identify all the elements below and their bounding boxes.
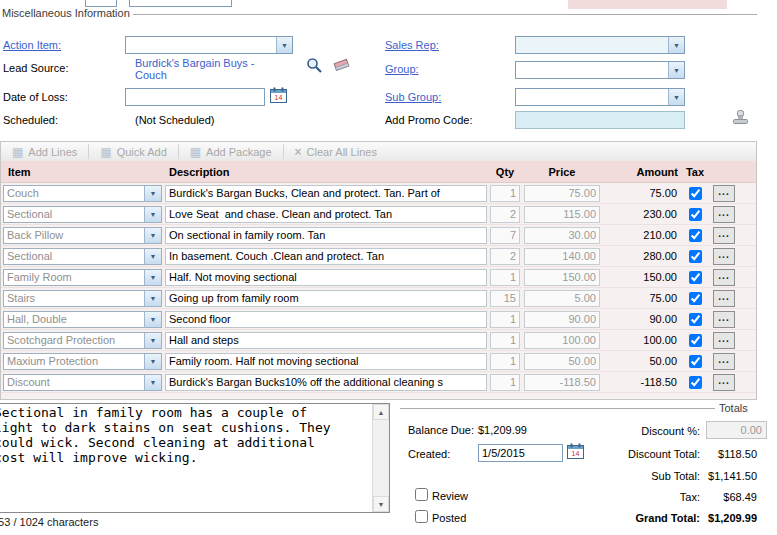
action-item-select[interactable]: ▼ — [125, 36, 293, 54]
action-item-label[interactable]: Action Item: — [3, 39, 61, 51]
chevron-down-icon[interactable]: ▼ — [144, 312, 161, 327]
notes-scrollbar[interactable]: ▲ ▼ — [372, 404, 389, 512]
more-options-button[interactable]: ... — [713, 248, 735, 265]
description-input[interactable] — [165, 332, 487, 349]
more-options-button[interactable]: ... — [713, 311, 735, 328]
item-select[interactable]: Scotchgard Protection ▼ — [3, 332, 162, 349]
qty-input[interactable] — [490, 374, 520, 391]
tax-checkbox[interactable] — [689, 187, 702, 200]
price-input[interactable] — [524, 290, 600, 307]
tax-checkbox[interactable] — [689, 271, 702, 284]
chevron-down-icon[interactable]: ▼ — [144, 270, 161, 285]
more-options-button[interactable]: ... — [713, 374, 735, 391]
description-input[interactable] — [165, 185, 487, 202]
item-select[interactable]: Couch ▼ — [3, 185, 162, 202]
qty-input[interactable] — [490, 185, 520, 202]
qty-input[interactable] — [490, 248, 520, 265]
chevron-down-icon[interactable]: ▼ — [144, 207, 161, 222]
apply-promo-icon[interactable] — [731, 108, 750, 128]
chevron-down-icon[interactable]: ▼ — [144, 249, 161, 264]
item-select[interactable]: Maxium Protection ▼ — [3, 353, 162, 370]
item-select[interactable]: Sectional ▼ — [3, 248, 162, 265]
tax-checkbox[interactable] — [689, 313, 702, 326]
price-input[interactable] — [524, 332, 600, 349]
item-select[interactable]: Back Pillow ▼ — [3, 227, 162, 244]
more-options-button[interactable]: ... — [713, 290, 735, 307]
chevron-down-icon[interactable]: ▼ — [144, 354, 161, 369]
tax-checkbox[interactable] — [689, 292, 702, 305]
chevron-down-icon[interactable]: ▼ — [668, 37, 684, 53]
sub-group-label[interactable]: Sub Group: — [385, 91, 441, 103]
group-label[interactable]: Group: — [385, 63, 419, 75]
search-icon[interactable] — [305, 57, 324, 76]
item-select[interactable]: Family Room ▼ — [3, 269, 162, 286]
more-options-button[interactable]: ... — [713, 206, 735, 223]
price-input[interactable] — [524, 353, 600, 370]
sales-rep-select[interactable]: ▼ — [515, 36, 685, 54]
more-options-button[interactable]: ... — [713, 353, 735, 370]
qty-input[interactable] — [490, 206, 520, 223]
description-input[interactable] — [165, 227, 487, 244]
price-input[interactable] — [524, 374, 600, 391]
description-input[interactable] — [165, 269, 487, 286]
discount-pct-input[interactable] — [706, 421, 767, 439]
item-select[interactable]: Discount ▼ — [3, 374, 162, 391]
qty-input[interactable] — [490, 269, 520, 286]
qty-input[interactable] — [490, 353, 520, 370]
scroll-up-icon[interactable]: ▲ — [373, 404, 389, 420]
more-options-button[interactable]: ... — [713, 269, 735, 286]
chevron-down-icon[interactable]: ▼ — [668, 62, 684, 78]
chevron-down-icon[interactable]: ▼ — [144, 186, 161, 201]
description-input[interactable] — [165, 374, 487, 391]
price-input[interactable] — [524, 185, 600, 202]
more-options-button[interactable]: ... — [713, 185, 735, 202]
item-select[interactable]: Hall, Double ▼ — [3, 311, 162, 328]
chevron-down-icon[interactable]: ▼ — [144, 375, 161, 390]
review-checkbox[interactable] — [415, 488, 428, 501]
job-notes-textarea[interactable]: Sectional in family room has a couple of… — [0, 404, 372, 512]
chevron-down-icon[interactable]: ▼ — [144, 333, 161, 348]
group-select[interactable]: ▼ — [515, 61, 685, 79]
qty-input[interactable] — [490, 311, 520, 328]
item-select[interactable]: Sectional ▼ — [3, 206, 162, 223]
price-input[interactable] — [524, 227, 600, 244]
qty-input[interactable] — [490, 332, 520, 349]
chevron-down-icon[interactable]: ▼ — [144, 291, 161, 306]
price-input[interactable] — [524, 269, 600, 286]
chevron-down-icon[interactable]: ▼ — [144, 228, 161, 243]
add-package-button[interactable]: ▦ Add Package — [179, 142, 283, 161]
tax-checkbox[interactable] — [689, 229, 702, 242]
price-input[interactable] — [524, 206, 600, 223]
chevron-down-icon[interactable]: ▼ — [668, 89, 684, 105]
tax-checkbox[interactable] — [689, 355, 702, 368]
promo-code-input[interactable] — [515, 111, 685, 129]
description-input[interactable] — [165, 290, 487, 307]
eraser-icon[interactable] — [332, 57, 351, 76]
sub-group-select[interactable]: ▼ — [515, 88, 685, 106]
description-input[interactable] — [165, 248, 487, 265]
qty-input[interactable] — [490, 227, 520, 244]
description-input[interactable] — [165, 353, 487, 370]
scroll-down-icon[interactable]: ▼ — [373, 496, 389, 512]
item-select[interactable]: Stairs ▼ — [3, 290, 162, 307]
totals-section-divider — [400, 408, 715, 409]
tax-checkbox[interactable] — [689, 250, 702, 263]
more-options-button[interactable]: ... — [713, 227, 735, 244]
posted-checkbox[interactable] — [415, 510, 428, 523]
add-lines-button[interactable]: ▦ Add Lines — [1, 142, 88, 161]
calendar-icon[interactable]: 14 — [270, 87, 287, 105]
description-input[interactable] — [165, 311, 487, 328]
price-input[interactable] — [524, 311, 600, 328]
tax-checkbox[interactable] — [689, 334, 702, 347]
date-of-loss-input[interactable] — [125, 88, 265, 106]
tax-checkbox[interactable] — [689, 376, 702, 389]
chevron-down-icon[interactable]: ▼ — [276, 37, 292, 53]
sales-rep-label[interactable]: Sales Rep: — [385, 39, 439, 51]
description-input[interactable] — [165, 206, 487, 223]
clear-all-lines-button[interactable]: × Clear All Lines — [284, 142, 388, 161]
tax-checkbox[interactable] — [689, 208, 702, 221]
more-options-button[interactable]: ... — [713, 332, 735, 349]
price-input[interactable] — [524, 248, 600, 265]
quick-add-button[interactable]: ▦ Quick Add — [89, 142, 177, 161]
qty-input[interactable] — [490, 290, 520, 307]
